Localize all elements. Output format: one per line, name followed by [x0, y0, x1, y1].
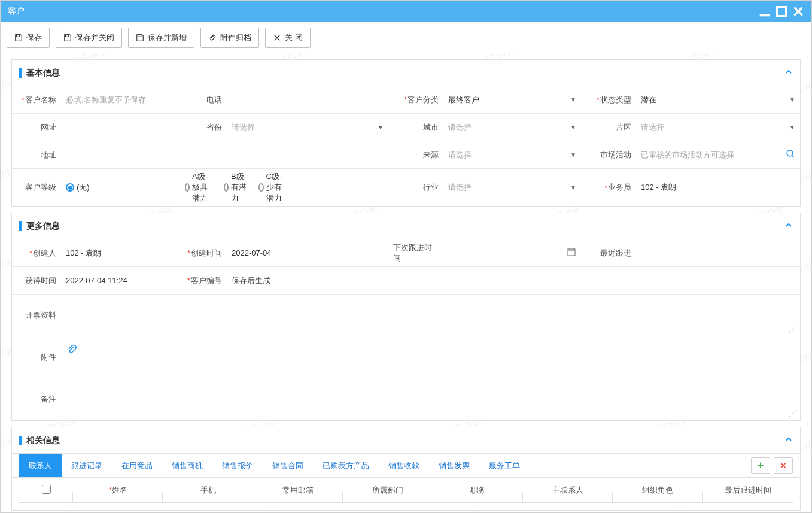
label-phone: 电话: [178, 86, 227, 113]
tab[interactable]: 销售发票: [429, 454, 479, 477]
tab[interactable]: 服务工单: [479, 454, 530, 477]
svg-rect-5: [66, 34, 69, 37]
minimize-button[interactable]: [759, 5, 771, 17]
salesman-value[interactable]: 102 - 袁朗: [641, 182, 795, 193]
save-icon: [63, 34, 72, 42]
add-row-button[interactable]: +: [751, 457, 770, 474]
tab[interactable]: 跟进记录: [62, 454, 112, 477]
label-obtain-time: 获得时间: [12, 267, 61, 294]
label-address: 地址: [12, 141, 61, 168]
radio-label: A级-极具潜力: [192, 171, 213, 204]
customer-name-input[interactable]: [66, 95, 173, 104]
section-accent-bar: [19, 221, 22, 231]
label-attachment: 附件: [12, 336, 61, 378]
next-follow-input[interactable]: [448, 248, 563, 257]
table-column-header: 手机: [163, 485, 253, 496]
label-recent-follow: 最近跟进: [581, 239, 636, 266]
industry-select[interactable]: 请选择▼: [448, 182, 576, 193]
label-creator: *创建人: [12, 239, 61, 266]
radio-icon: [185, 183, 190, 192]
section-accent-bar: [19, 436, 22, 445]
label-area: 片区: [581, 114, 636, 141]
phone-input[interactable]: [232, 95, 384, 104]
section-accent-bar: [19, 68, 22, 78]
radio-label: B级-有潜力: [231, 171, 248, 204]
remark-textarea[interactable]: [66, 385, 795, 415]
tab[interactable]: 销售商机: [162, 454, 212, 477]
label-source: 来源: [388, 141, 443, 168]
level-radio-group: (无)A级-极具潜力B级-有潜力C级-少有潜力: [66, 171, 287, 204]
radio-label: (无): [77, 182, 90, 193]
label-level: 客户等级: [12, 169, 61, 206]
table-column-header: 常用邮箱: [253, 485, 343, 496]
maximize-button[interactable]: [775, 5, 787, 17]
delete-row-button[interactable]: ×: [774, 457, 793, 474]
radio-icon: [66, 183, 74, 192]
section-title: 更多信息: [26, 221, 784, 232]
collapse-icon[interactable]: [784, 221, 793, 231]
calendar-icon[interactable]: [567, 247, 576, 259]
label-invoice-info: 开票资料: [12, 295, 61, 336]
table-header-checkbox: [19, 485, 73, 496]
level-radio-option[interactable]: A级-极具潜力: [185, 171, 213, 204]
table-header: *姓名手机常用邮箱所属部门职务主联系人组织角色最后跟进时间: [19, 478, 793, 503]
level-radio-option[interactable]: C级-少有潜力: [258, 171, 287, 204]
radio-icon: [224, 183, 229, 192]
collapse-icon[interactable]: [784, 68, 793, 78]
tabs-row: 联系人跟进记录在用竞品销售商机销售报价销售合同已购我方产品销售收款销售发票服务工…: [12, 454, 800, 478]
label-province: 省份: [178, 114, 227, 141]
svg-point-9: [787, 150, 793, 156]
save-button[interactable]: 保存: [7, 28, 50, 48]
status-type-select[interactable]: 潜在▼: [641, 95, 795, 105]
close-window-button[interactable]: [792, 5, 804, 17]
collapse-icon[interactable]: [784, 435, 793, 445]
label-remark: 备注: [12, 378, 61, 420]
paperclip-icon[interactable]: [66, 344, 78, 359]
tab[interactable]: 在用竞品: [112, 454, 162, 477]
obtain-time-value: 2022-07-04 11:24: [66, 276, 173, 285]
label-category: *客户分类: [388, 86, 443, 113]
creator-value: 102 - 袁朗: [66, 248, 173, 259]
area-select[interactable]: 请选择▼: [641, 122, 795, 133]
save-icon: [14, 34, 23, 42]
table-column-header: 最后跟进时间: [703, 485, 793, 496]
save-close-button[interactable]: 保存并关闭: [56, 28, 122, 48]
attachment-archive-button[interactable]: 附件归档: [200, 28, 259, 48]
select-all-checkbox[interactable]: [42, 485, 51, 494]
tab[interactable]: 联系人: [19, 454, 62, 477]
source-select[interactable]: 请选择▼: [448, 150, 576, 160]
close-icon: [273, 34, 281, 42]
search-icon[interactable]: [786, 149, 795, 160]
svg-rect-1: [777, 7, 786, 16]
label-customer-no: *客户编号: [178, 267, 227, 294]
titlebar: 客户: [1, 1, 811, 22]
section-basic-info: 基本信息 *客户名称 电话 *客户分类 最终客户▼ *状态类型 潜在▼ 网址: [11, 59, 801, 207]
tab[interactable]: 已购我方产品: [313, 454, 379, 477]
label-industry: 行业: [388, 169, 443, 206]
label-customer-name: *客户名称: [12, 86, 61, 113]
label-next-follow: 下次跟进时间: [388, 239, 443, 266]
website-input[interactable]: [66, 123, 173, 132]
label-website: 网址: [12, 114, 61, 141]
tab[interactable]: 销售合同: [263, 454, 313, 477]
label-market-activity: 市场活动: [581, 141, 636, 168]
level-radio-option[interactable]: (无): [66, 182, 174, 193]
recent-follow-input[interactable]: [641, 248, 795, 257]
invoice-info-textarea[interactable]: [66, 302, 795, 332]
label-status-type: *状态类型: [581, 86, 636, 113]
section-related-info: 相关信息 联系人跟进记录在用竞品销售商机销售报价销售合同已购我方产品销售收款销售…: [11, 427, 801, 511]
close-button[interactable]: 关 闭: [265, 28, 311, 48]
label-salesman: *业务员: [581, 169, 636, 206]
tab[interactable]: 销售报价: [212, 454, 263, 477]
city-select[interactable]: 请选择▼: [448, 122, 576, 133]
save-icon: [136, 34, 144, 42]
tab[interactable]: 销售收款: [379, 454, 429, 477]
section-title: 基本信息: [26, 68, 784, 78]
level-radio-option[interactable]: B级-有潜力: [224, 171, 248, 204]
save-new-button[interactable]: 保存并新增: [128, 28, 194, 48]
category-select[interactable]: 最终客户▼: [448, 95, 576, 105]
toolbar: 保存 保存并关闭 保存并新增 附件归档 关 闭: [1, 22, 811, 53]
market-activity-input[interactable]: [641, 150, 782, 159]
address-input[interactable]: [66, 150, 384, 159]
province-select[interactable]: 请选择▼: [232, 122, 384, 133]
